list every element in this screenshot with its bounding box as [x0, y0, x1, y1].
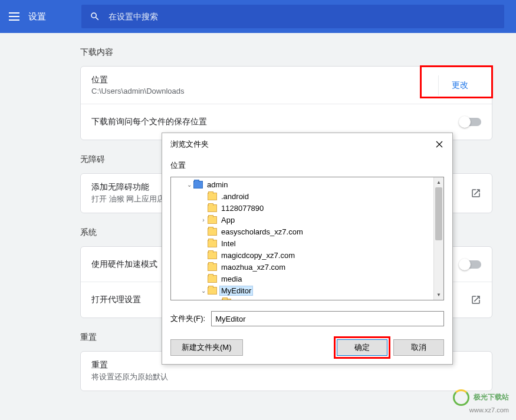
- scroll-down-button[interactable]: ▼: [434, 290, 443, 300]
- reset-sub: 将设置还原为原始默认: [91, 372, 481, 382]
- menu-button[interactable]: [0, 0, 28, 33]
- folder-icon: [208, 204, 217, 212]
- external-link-icon: [471, 295, 481, 305]
- downloads-card: 位置 C:\Users\admin\Downloads 更改 下载前询问每个文件…: [80, 66, 492, 140]
- highlight-change: [420, 65, 493, 98]
- search-input[interactable]: [109, 12, 496, 21]
- watermark-url: www.xz7.com: [469, 406, 509, 414]
- external-link-icon: [471, 188, 481, 199]
- tree-item-label: admin: [205, 180, 229, 189]
- new-folder-button[interactable]: 新建文件夹(M): [170, 339, 243, 356]
- dialog-title: 浏览文件夹: [170, 139, 209, 150]
- tree-item[interactable]: ›App: [171, 214, 433, 226]
- folder-icon: [208, 216, 217, 224]
- tree-item[interactable]: Intel: [171, 237, 433, 249]
- tree-item[interactable]: [171, 296, 433, 300]
- chevron-down-icon[interactable]: ⌄: [185, 181, 193, 188]
- tree-item[interactable]: ⌄admin: [171, 178, 433, 190]
- tree-item-label: magicdcopy_xz7.com: [219, 251, 297, 260]
- folder-icon: [208, 263, 217, 271]
- location-label: 位置: [91, 75, 438, 85]
- folder-icon: [222, 299, 231, 300]
- download-location-row: 位置 C:\Users\admin\Downloads 更改: [81, 67, 492, 104]
- tree-item[interactable]: maozhua_xz7.com: [171, 261, 433, 273]
- watermark-title: 极光下载站: [474, 393, 509, 401]
- search-icon: [90, 11, 100, 22]
- tree-item[interactable]: media: [171, 273, 433, 285]
- tree-item[interactable]: ⌄MyEditor: [171, 285, 433, 296]
- folder-name-input[interactable]: [211, 311, 444, 326]
- dialog-body: 位置 ⌄admin.android1128077890›Appeasyschol…: [162, 156, 452, 364]
- ask-toggle[interactable]: [460, 118, 481, 126]
- watermark: 极光下载站 www.xz7.com: [453, 389, 509, 414]
- tree-item[interactable]: 1128077890: [171, 202, 433, 214]
- dialog-location-label: 位置: [170, 160, 444, 171]
- folder-icon: [208, 252, 217, 259]
- scroll-up-button[interactable]: ▲: [434, 177, 443, 187]
- chevron-right-icon[interactable]: ›: [199, 217, 208, 223]
- ask-label: 下载前询问每个文件的保存位置: [91, 117, 460, 127]
- browse-folder-dialog: 浏览文件夹 位置 ⌄admin.android1128077890›Appeas…: [162, 133, 453, 365]
- tree-item-label: MyEditor: [219, 286, 253, 296]
- chevron-down-icon[interactable]: ⌄: [199, 287, 208, 294]
- dialog-close-button[interactable]: [431, 138, 448, 151]
- dialog-titlebar: 浏览文件夹: [162, 133, 452, 156]
- folder-icon: [208, 287, 217, 295]
- folder-name-label: 文件夹(F):: [170, 313, 205, 324]
- scroll-thumb[interactable]: [435, 187, 442, 240]
- tree-item-label: maozhua_xz7.com: [219, 263, 287, 272]
- folder-icon: [208, 193, 217, 200]
- watermark-logo-icon: [453, 389, 469, 406]
- tree-item-label: App: [219, 216, 236, 224]
- folder-tree-container: ⌄admin.android1128077890›Appeasyscholard…: [170, 177, 444, 300]
- section-downloads: 下载内容: [80, 47, 492, 58]
- tree-item-label: .android: [219, 192, 251, 201]
- search-bar[interactable]: [81, 5, 504, 28]
- tree-item[interactable]: easyscholards_xz7.com: [171, 226, 433, 237]
- tree-scrollbar[interactable]: ▲ ▼: [433, 177, 443, 300]
- tree-item-label: easyscholards_xz7.com: [219, 227, 305, 236]
- tree-item-label: Intel: [219, 239, 238, 248]
- folder-tree[interactable]: ⌄admin.android1128077890›Appeasyscholard…: [171, 177, 433, 300]
- tree-item-label: 1128077890: [219, 204, 265, 213]
- hw-toggle[interactable]: [460, 260, 481, 269]
- tree-item[interactable]: magicdcopy_xz7.com: [171, 249, 433, 261]
- dialog-buttons: 新建文件夹(M) 确定 取消: [170, 339, 444, 356]
- location-path: C:\Users\admin\Downloads: [91, 87, 438, 95]
- cancel-button[interactable]: 取消: [393, 339, 444, 356]
- close-icon: [436, 141, 443, 148]
- folder-icon: [208, 228, 217, 236]
- hamburger-icon: [9, 12, 19, 21]
- tree-item[interactable]: .android: [171, 190, 433, 202]
- folder-icon: [193, 181, 203, 188]
- folder-name-row: 文件夹(F):: [170, 311, 444, 326]
- highlight-ok: [334, 336, 390, 359]
- page-title: 设置: [28, 11, 46, 22]
- tree-item-label: media: [219, 275, 244, 283]
- app-header: 设置: [0, 0, 516, 33]
- scroll-track[interactable]: [434, 187, 443, 290]
- dialog-action-buttons: 确定 取消: [337, 339, 444, 356]
- folder-icon: [208, 240, 217, 247]
- folder-icon: [208, 275, 217, 283]
